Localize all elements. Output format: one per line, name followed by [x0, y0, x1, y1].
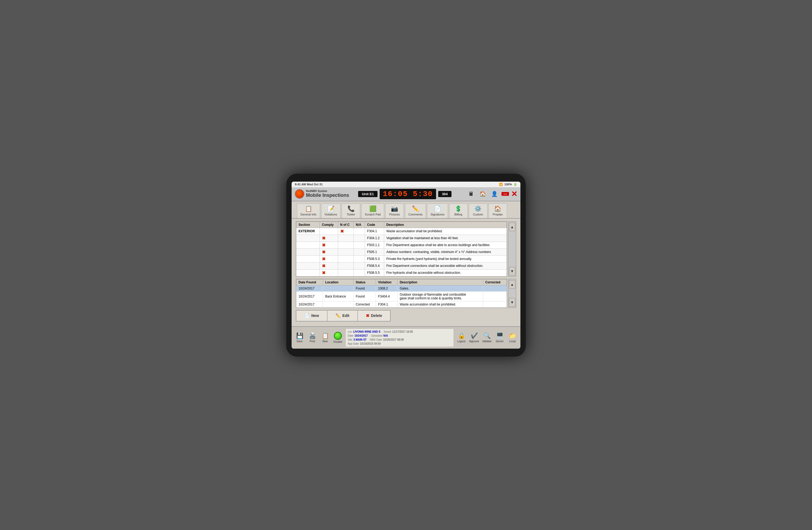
user-icon[interactable]: 👤 [490, 189, 499, 199]
tab-billing-label: Billing [454, 213, 462, 216]
server-button[interactable]: 🖥️ Server [494, 332, 505, 343]
scroll-up-arrow[interactable]: ▲ [509, 223, 516, 231]
logout-button[interactable]: 🔒 Logout [456, 332, 467, 343]
cell-date-found: 10/24/2017 [296, 301, 323, 307]
found-scroll-up-arrow[interactable]: ▲ [509, 280, 516, 289]
saved-value: 11/17/2017 16:05 [392, 330, 413, 334]
cell-noc [338, 241, 353, 249]
cell-status: Corrected [353, 301, 376, 307]
cell-date-found: 10/24/2017 [296, 291, 323, 301]
violations-row[interactable]: EXTERIOR✖F304.1Waste accumulation shall … [296, 228, 507, 235]
delete-label: Delete [371, 313, 382, 318]
cell-section [296, 255, 320, 262]
new-bottom-label: New [322, 340, 328, 343]
app-date-label: App Date [348, 342, 359, 346]
found-row[interactable]: 10/24/2017Found1008.2Gates. [296, 285, 507, 291]
cell-noc [338, 262, 353, 269]
cell-description: Waste accumulation shall be prohibited. [397, 301, 483, 307]
tab-signatures[interactable]: 📄 Signatures [427, 204, 448, 218]
col-noc: N of C [338, 222, 353, 228]
violations-section: Section Comply N of C N/A Code Descripti… [296, 221, 516, 277]
cell-section [296, 235, 320, 241]
tab-tickler[interactable]: 📞 Tickler [342, 204, 360, 218]
violations-row[interactable]: ✖F304.1.2Vegetation shall be maintained … [296, 235, 507, 241]
status-time: 9:41 AM Wed Oct 31 [295, 183, 323, 186]
disable-button[interactable]: Disable [333, 332, 343, 343]
violations-row[interactable]: ✖F508.5.5Fire hydrants shall be accessib… [296, 269, 507, 276]
cell-description: Waste accumulation shall be prohibited. [384, 228, 507, 235]
violations-row[interactable]: ✖F503.1.1Fire Department apparatus shall… [296, 241, 507, 249]
violations-row[interactable]: ✖F508.5.4Fire Department connections sha… [296, 262, 507, 269]
unit-label: Unit E1 [358, 191, 378, 197]
found-col-location: Location [323, 279, 353, 285]
found-row[interactable]: 10/24/2017CorrectedF304.1Waste accumulat… [296, 301, 507, 307]
tab-general-info-label: General Info [300, 213, 317, 216]
home-icon[interactable]: 🏠 [478, 189, 488, 199]
cell-code: F503.1.1 [365, 241, 384, 249]
new-bottom-button[interactable]: 📋 New [320, 332, 331, 343]
print-button[interactable]: 🖨️ Print [307, 332, 318, 343]
found-col-date: Date Found [296, 279, 323, 285]
header-icons: 🖩 🏠 👤 — ✕ [466, 189, 517, 199]
minimize-button[interactable]: — [502, 192, 509, 196]
tab-billing[interactable]: 💲 Billing [449, 204, 468, 218]
scroll-down-arrow[interactable]: ▼ [509, 267, 516, 275]
bottom-info: Loc LIVONIA WINE AND S Saved 11/17/2017 … [345, 329, 454, 347]
logo-icon [295, 189, 304, 199]
tab-pictures[interactable]: 📷 Pictures [385, 204, 404, 218]
tab-general-info[interactable]: 📋 General Info [297, 204, 320, 218]
found-row[interactable]: 10/24/2017Back EntranceFoundF3404.4Outdo… [296, 291, 507, 301]
tab-custom-label: Custom [473, 213, 483, 216]
validate-label: Validate [482, 340, 491, 343]
nmx-date-value: 10/25/2017 08:08 [383, 338, 404, 342]
tab-violations[interactable]: 📝 Violations [321, 204, 341, 218]
new-button[interactable]: 📄 New [296, 310, 327, 321]
tab-violations-label: Violations [324, 213, 337, 216]
cell-violation: F3404.4 [376, 291, 397, 301]
delete-button[interactable]: ✖ Delete [358, 310, 390, 321]
cell-comply: ✖ [320, 249, 338, 255]
validate-button[interactable]: 🔍 Validate [481, 332, 492, 343]
save-button[interactable]: 💾 Save [294, 332, 305, 343]
close-button[interactable]: ✕ [511, 190, 517, 198]
time-display: 16:05 5:30 [380, 189, 436, 199]
calculator-icon[interactable]: 🖩 [466, 189, 476, 199]
general-info-icon: 📋 [305, 205, 312, 212]
approve-button[interactable]: ✔️ Approve [469, 332, 479, 343]
tab-custom[interactable]: ⚙️ Custom [469, 204, 488, 218]
loc-label: Loc [348, 330, 352, 334]
tab-preplan[interactable]: 🏠 Preplan [489, 204, 507, 218]
cell-code: F508.5.3 [365, 255, 384, 262]
cell-code: F304.1 [365, 228, 384, 235]
cell-description: Fire hydrants shall be accessible withou… [384, 269, 507, 276]
violations-row[interactable]: ✖F505.1Address numbers: contracting, vis… [296, 249, 507, 255]
saved-label: Saved [383, 330, 391, 334]
app-name: Mobile Inspections [306, 193, 349, 198]
cell-corrected [483, 291, 507, 301]
found-scroll-down-arrow[interactable]: ▼ [509, 298, 516, 307]
logout-icon: 🔒 [458, 332, 465, 339]
print-icon: 🖨️ [309, 332, 316, 339]
device-frame: 9:41 AM Wed Oct 31 📶 100% 🔋 RedNMX Syste… [286, 173, 526, 357]
tab-comments[interactable]: ✏️ Comments [405, 204, 426, 218]
custom-icon: ⚙️ [474, 205, 481, 212]
bottom-right-icons: 🔒 Logout ✔️ Approve 🔍 Validate 🖥️ Server… [456, 329, 518, 347]
edit-icon: ✏️ [335, 313, 341, 318]
col-code: Code [365, 222, 384, 228]
found-section: Date Found Location Status Violation Des… [296, 279, 516, 308]
col-section: Section [296, 222, 320, 228]
date-value: 10/24/2017 [354, 334, 368, 338]
cell-corrected [483, 301, 507, 307]
tab-pictures-label: Pictures [389, 213, 400, 216]
violations-row[interactable]: ✖F508.5.3Private fire hydrants (yard hyd… [296, 255, 507, 262]
edit-button[interactable]: ✏️ Edit [327, 310, 358, 321]
found-table: Date Found Location Status Violation Des… [296, 279, 507, 308]
signatures-icon: 📄 [434, 205, 441, 212]
tab-scratch-pad[interactable]: 🟩 Scratch Pad [361, 204, 384, 218]
cell-section [296, 269, 320, 276]
local-button[interactable]: 📁 Local [507, 332, 518, 343]
delete-icon: ✖ [366, 313, 369, 318]
violations-icon: 📝 [327, 205, 334, 212]
cell-date-found: 10/24/2017 [296, 285, 323, 291]
cell-comply: ✖ [320, 262, 338, 269]
